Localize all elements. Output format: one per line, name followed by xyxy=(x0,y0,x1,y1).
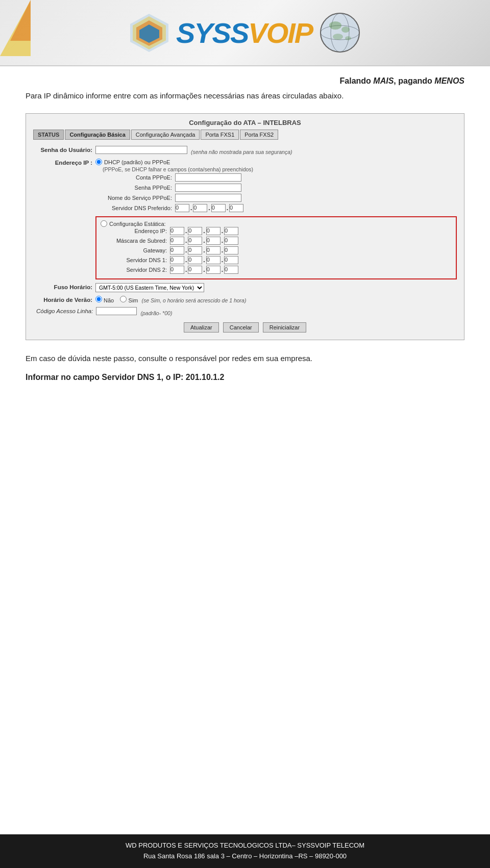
dns-info: Informar no campo Servidor DNS 1, o IP: … xyxy=(26,373,464,382)
sip-o1[interactable]: 0 xyxy=(170,227,184,235)
static-radio[interactable] xyxy=(101,220,107,227)
static-radio-row: Configuração Estática: xyxy=(101,220,452,227)
nome-servico-row: Nome do Serviço PPPoE: xyxy=(106,194,457,202)
logo-icon-left xyxy=(128,11,171,55)
senha-input[interactable] xyxy=(95,146,187,154)
mask-o1[interactable]: 0 xyxy=(170,237,184,245)
static-ip-octets: 0 . 0 . 0 . 0 xyxy=(170,227,238,235)
tab-porta-fxs1[interactable]: Porta FXS1 xyxy=(201,130,239,140)
logo-globe-icon xyxy=(317,10,362,55)
static-endereco-ip-row: Endereço IP: 0 . 0 . 0 . 0 xyxy=(101,227,452,235)
dns-pref-o1[interactable]: 0 xyxy=(175,204,189,212)
btn-atualizar[interactable]: Atualizar xyxy=(184,322,219,333)
ata-config-box: Configuração do ATA – INTELBRAS STATUS C… xyxy=(26,113,464,340)
servidor-dns-pref-row: Servidor DNS Preferido: 0 . 0 . 0 . 0 xyxy=(106,204,457,212)
btn-reinicializar[interactable]: Reinicializar xyxy=(263,322,306,333)
tab-configuracao-avancada[interactable]: Configuração Avançada xyxy=(131,130,200,140)
tagline: Falando MAIS, pagando MENOS xyxy=(26,76,464,86)
sip-o3[interactable]: 0 xyxy=(206,227,220,235)
header-section: SYSS VOIP xyxy=(0,0,490,66)
logo-text: SYSS VOIP xyxy=(176,16,312,49)
conta-pppoe-input[interactable] xyxy=(175,173,241,182)
intro-paragraph: Para IP dinâmico informe entre com as in… xyxy=(26,90,464,102)
svg-point-10 xyxy=(341,27,350,33)
fuso-select[interactable]: GMT-5:00 (US Eastern Time, New York) xyxy=(95,283,204,292)
senha-pppoe-label: Senha PPPoE: xyxy=(106,185,172,191)
gw-o3[interactable]: 0 xyxy=(206,246,220,254)
codigo-input[interactable] xyxy=(96,307,137,315)
ata-tabs: STATUS Configuração Básica Configuração … xyxy=(33,130,457,140)
ata-buttons: Atualizar Cancelar Reinicializar xyxy=(33,322,457,333)
tagline-connector: , pagando xyxy=(394,76,434,85)
sip-o4[interactable]: 0 xyxy=(224,227,238,235)
dns2-o3[interactable]: 0 xyxy=(206,266,220,274)
dns2-o1[interactable]: 0 xyxy=(170,266,184,274)
dns1-o4[interactable]: 0 xyxy=(224,256,238,264)
svg-point-9 xyxy=(329,21,341,30)
codigo-note: (padrão- *00) xyxy=(141,310,173,316)
svg-point-12 xyxy=(345,36,351,40)
endereco-ip-label: Endereço IP : xyxy=(36,159,92,166)
gw-o2[interactable]: 0 xyxy=(188,246,202,254)
footer-line1: WD PRODUTOS E SERVIÇOS TECNOLOGICOS LTDA… xyxy=(10,840,480,851)
dns-pref-o2[interactable]: 0 xyxy=(193,204,207,212)
senha-pppoe-input[interactable] xyxy=(175,184,241,192)
dns-pref-o4[interactable]: 0 xyxy=(229,204,243,212)
tagline-mais: MAIS xyxy=(373,76,394,85)
tab-porta-fxs2[interactable]: Porta FXS2 xyxy=(240,130,278,140)
tab-configuracao-basica[interactable]: Configuração Básica xyxy=(65,130,130,140)
btn-cancelar[interactable]: Cancelar xyxy=(223,322,259,333)
decorative-triangle-orange xyxy=(10,0,31,41)
gw-o4[interactable]: 0 xyxy=(224,246,238,254)
fuso-value: GMT-5:00 (US Eastern Time, New York) xyxy=(95,283,457,292)
servidor-dns2-label: Servidor DNS 2: xyxy=(101,267,167,273)
tagline-prefix: Falando xyxy=(340,76,374,85)
horario-nao-radio[interactable] xyxy=(95,296,102,302)
ip-options: DHCP (padrão) ou PPPoE (PPPoE, se DHCP f… xyxy=(95,159,457,279)
mascara-octets: 0 . 0 . 0 . 0 xyxy=(170,237,238,245)
static-ip-box: Configuração Estática: Endereço IP: 0 . … xyxy=(95,216,457,279)
conta-pppoe-label: Conta PPPoE: xyxy=(106,174,172,181)
horario-label: Horário de Verão: xyxy=(36,296,92,303)
dhcp-label: DHCP (padrão) ou PPPoE xyxy=(104,159,170,165)
servidor-dns2-row: Servidor DNS 2: 0 . 0 . 0 . 0 xyxy=(101,266,452,274)
gateway-label: Gateway: xyxy=(101,247,167,253)
codigo-acesso-row: Código Acesso Linha: (padrão- *00) xyxy=(36,307,457,316)
dns1-o2[interactable]: 0 xyxy=(188,256,202,264)
horario-verao-row: Horário de Verão: Não Sim (se Sim, o hor… xyxy=(36,296,457,303)
svg-point-11 xyxy=(333,34,343,40)
dns2-o4[interactable]: 0 xyxy=(224,266,238,274)
nome-servico-label: Nome do Serviço PPPoE: xyxy=(106,195,172,201)
mask-o3[interactable]: 0 xyxy=(206,237,220,245)
horario-note: (se Sim, o horário será acrescido de 1 h… xyxy=(142,297,247,303)
dhcp-radio-row: DHCP (padrão) ou PPPoE xyxy=(95,159,457,165)
dns2-octets: 0 . 0 . 0 . 0 xyxy=(170,266,238,274)
dns-pref-o3[interactable]: 0 xyxy=(211,204,226,212)
conta-pppoe-row: Conta PPPoE: xyxy=(106,173,457,182)
horario-nao-label: Não xyxy=(104,297,114,303)
pppoe-note: (PPPoE, se DHCP falhar e campos (conta/s… xyxy=(103,166,457,172)
horario-sim-radio[interactable] xyxy=(120,296,127,302)
tab-status[interactable]: STATUS xyxy=(33,130,64,140)
nome-servico-input[interactable] xyxy=(175,194,241,202)
dhcp-radio[interactable] xyxy=(95,159,102,165)
dns1-o1[interactable]: 0 xyxy=(170,256,184,264)
sip-o2[interactable]: 0 xyxy=(188,227,202,235)
dns2-o2[interactable]: 0 xyxy=(188,266,202,274)
gateway-row: Gateway: 0 . 0 . 0 . 0 xyxy=(101,246,452,254)
codigo-value: (padrão- *00) xyxy=(96,307,457,316)
footer: WD PRODUTOS E SERVIÇOS TECNOLOGICOS LTDA… xyxy=(0,834,490,868)
mascara-subred-row: Máscara de Subred: 0 . 0 . 0 . 0 xyxy=(101,237,452,245)
senha-label: Senha do Usuário: xyxy=(36,146,92,153)
logo-syss: SYSS xyxy=(176,16,248,49)
tagline-menos: MENOS xyxy=(434,76,464,85)
gw-o1[interactable]: 0 xyxy=(170,246,184,254)
static-endereco-label: Endereço IP: xyxy=(101,228,167,234)
mask-o2[interactable]: 0 xyxy=(188,237,202,245)
senha-row: Senha do Usuário: (senha não mostrada pa… xyxy=(36,146,457,155)
mask-o4[interactable]: 0 xyxy=(224,237,238,245)
dns1-o3[interactable]: 0 xyxy=(206,256,220,264)
logo-voip: VOIP xyxy=(248,16,312,49)
ata-config-title: Configuração do ATA – INTELBRAS xyxy=(33,119,457,126)
logo-container: SYSS VOIP xyxy=(128,10,362,55)
